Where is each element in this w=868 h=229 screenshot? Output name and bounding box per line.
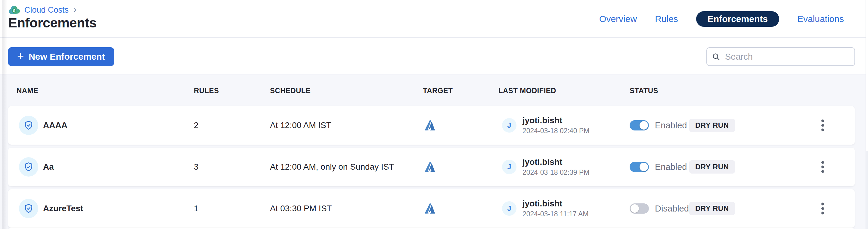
modified-by: jyoti.bisht [523,199,589,208]
search-box[interactable] [706,47,855,66]
tab-bar: Overview Rules Enforcements Evaluations [599,11,844,27]
page-title: Enforcements [8,15,97,31]
enforcement-list: AAAA 2 At 12:00 AM IST J jyoti.bisht 202… [0,75,866,229]
avatar-initial: J [507,205,512,213]
enforcement-name: AAAA [43,120,67,130]
azure-target-icon [424,202,436,214]
schedule-text: At 03:30 PM IST [270,204,332,213]
kebab-dot [822,166,824,168]
tab-evaluations[interactable]: Evaluations [797,14,844,24]
row-menu-button[interactable] [818,200,827,218]
toggle-knob [640,121,648,130]
breadcrumb-chevron-icon: › [73,5,76,14]
dry-run-badge: DRY RUN [689,119,735,132]
azure-target-icon [424,119,436,132]
schedule-text: At 12:00 AM IST [270,120,331,130]
cloud-costs-module-icon: $ [8,5,20,15]
modified-by: jyoti.bisht [523,158,590,167]
dry-run-badge: DRY RUN [689,202,735,215]
table-row[interactable]: AzureTest 1 At 03:30 PM IST J jyoti.bish… [8,189,855,228]
scrollbar-lower-track [866,151,868,229]
search-icon [712,52,720,61]
search-input[interactable] [724,52,850,62]
shield-check-icon [23,203,34,214]
enforcement-avatar [19,157,38,177]
kebab-dot [822,120,824,122]
new-enforcement-button[interactable]: + New Enforcement [8,47,114,66]
modified-by: jyoti.bisht [523,116,590,125]
row-menu-button[interactable] [818,158,827,176]
last-modified-cell: jyoti.bisht 2024-03-18 02:40 PM [523,116,590,135]
kebab-dot [822,212,824,214]
dry-run-badge: DRY RUN [689,160,735,174]
toolbar: + New Enforcement [0,38,866,75]
enforcement-name: AzureTest [43,204,83,213]
row-menu-button[interactable] [818,117,827,134]
shield-check-icon [23,162,34,172]
enforcements-table: NAME RULES SCHEDULE TARGET LAST MODIFIED… [0,75,866,229]
tab-overview[interactable]: Overview [599,14,637,24]
avatar: J [502,160,517,174]
cloud-costs-enforcements-page: $ Cloud Costs › Enforcements Overview Ru… [0,0,868,229]
breadcrumb[interactable]: $ Cloud Costs › [8,5,76,15]
status-toggle[interactable] [630,120,649,131]
breadcrumb-module-link[interactable]: Cloud Costs [24,5,69,15]
new-enforcement-button-label: New Enforcement [29,52,105,62]
table-row[interactable]: AAAA 2 At 12:00 AM IST J jyoti.bisht 202… [8,106,855,145]
modified-at: 2024-03-18 11:17 AM [523,210,589,218]
kebab-dot [822,128,824,132]
avatar-initial: J [507,163,512,171]
enforcement-name: Aa [43,162,54,172]
status-toggle[interactable] [630,203,649,213]
rules-count: 1 [194,204,199,213]
azure-target-icon [424,161,436,173]
status-toggle[interactable] [630,162,649,172]
shield-check-icon [23,120,34,131]
plus-icon: + [17,50,24,62]
toggle-knob [640,163,648,171]
status-label: Enabled [655,120,687,131]
kebab-dot [822,203,824,205]
schedule-text: At 12:00 AM, only on Sunday IST [270,162,394,172]
tab-enforcements[interactable]: Enforcements [696,11,779,27]
table-row[interactable]: Aa 3 At 12:00 AM, only on Sunday IST J j… [8,148,855,186]
toggle-knob [630,204,639,213]
last-modified-cell: jyoti.bisht 2024-03-18 11:17 AM [523,199,589,218]
status-label: Disabled [655,204,689,213]
modified-at: 2024-03-18 02:39 PM [523,169,590,176]
kebab-dot [822,124,824,127]
avatar: J [502,118,517,133]
modified-at: 2024-03-18 02:40 PM [523,127,590,135]
kebab-dot [822,161,824,164]
kebab-dot [822,170,824,173]
page-header: $ Cloud Costs › Enforcements Overview Ru… [0,0,866,38]
enforcement-avatar [19,199,38,218]
avatar-initial: J [507,121,512,130]
svg-text:$: $ [13,8,16,13]
status-label: Enabled [655,162,687,172]
table-row-partial [8,228,855,229]
rules-count: 3 [194,162,199,172]
avatar: J [502,201,517,216]
tab-rules[interactable]: Rules [655,14,678,24]
kebab-dot [822,207,824,210]
last-modified-cell: jyoti.bisht 2024-03-18 02:39 PM [523,158,590,176]
rules-count: 2 [194,120,199,130]
enforcement-avatar [19,116,38,135]
